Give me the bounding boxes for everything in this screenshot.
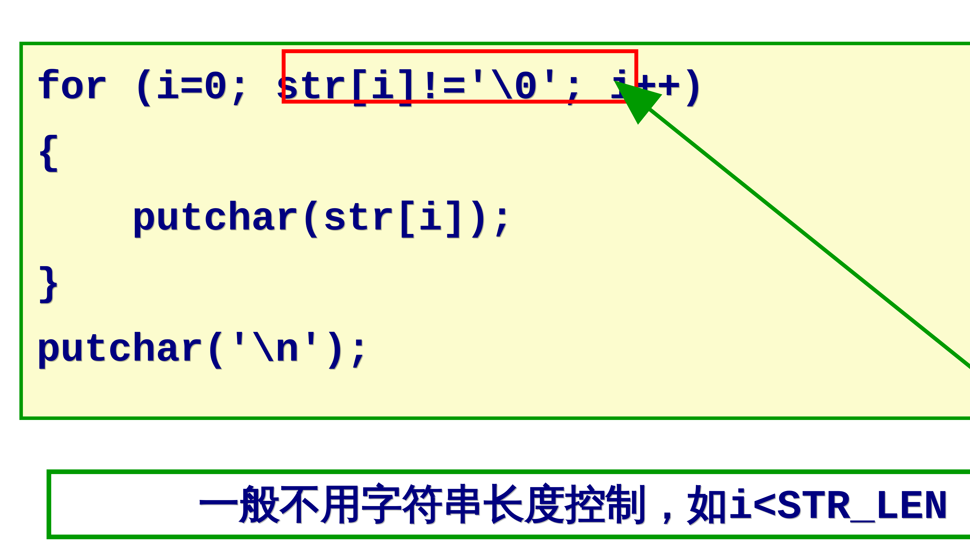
highlighted-condition: str[i]!='\0' (275, 65, 562, 110)
code-line-2: { (37, 120, 970, 186)
annotation-text: 一般不用字符串长度控制，如i<STR_LEN (198, 477, 948, 532)
code-line-4: } (37, 252, 970, 317)
annotation-cn: 一般不用字符串长度控制，如 (198, 481, 728, 527)
code-block: for (i=0; str[i]!='\0'; i++) { putchar(s… (19, 42, 970, 420)
code-segment: for (i=0; (37, 65, 275, 110)
code-line-1: for (i=0; str[i]!='\0'; i++) (37, 55, 970, 120)
code-segment: ; i++) (562, 65, 705, 110)
annotation-callout: 一般不用字符串长度控制，如i<STR_LEN (47, 469, 970, 539)
annotation-code: i<STR_LEN (728, 484, 948, 530)
code-line-5: putchar('\n'); (37, 317, 970, 383)
code-line-3: putchar(str[i]); (37, 186, 970, 252)
